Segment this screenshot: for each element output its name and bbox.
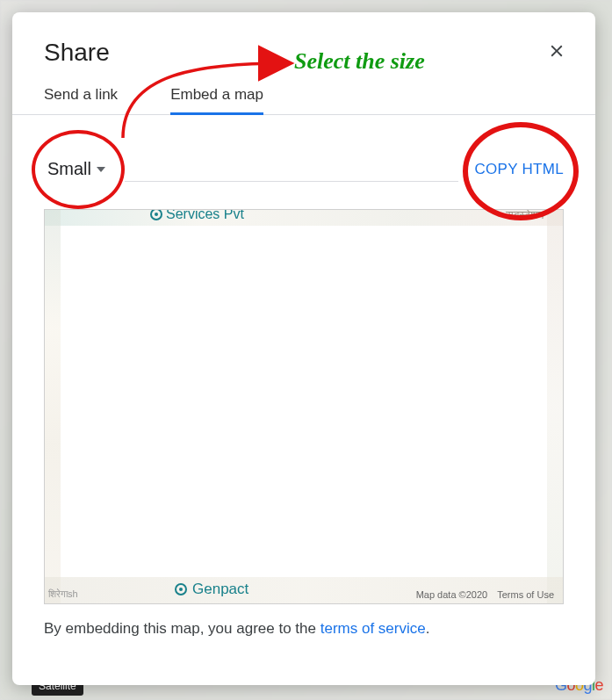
chevron-down-icon — [97, 167, 105, 172]
close-button[interactable] — [544, 39, 569, 63]
embed-code-field[interactable] — [125, 157, 458, 182]
dialog-title: Share — [44, 39, 564, 67]
map-preview[interactable]: Services Pvt सबस्टेशन Genpact शिरेगाsh M… — [44, 209, 564, 604]
map-poi-label: Genpact — [175, 581, 248, 598]
map-tile — [45, 210, 563, 226]
tabs: Send a link Embed a map — [44, 86, 564, 114]
close-icon — [547, 41, 566, 61]
size-dropdown[interactable]: Small — [44, 154, 109, 184]
terms-of-service-link[interactable]: terms of service — [320, 620, 426, 637]
map-attribution: Map data ©2020 Terms of Use — [413, 589, 558, 600]
poi-marker-icon — [150, 209, 162, 220]
embed-controls: Small COPY HTML — [44, 154, 564, 184]
tab-embed-map[interactable]: Embed a map — [170, 86, 263, 114]
poi-marker-icon — [175, 583, 187, 595]
size-dropdown-label: Small — [47, 159, 91, 179]
dialog-body: Small COPY HTML Services Pvt सबस्टेशन Ge… — [12, 115, 595, 685]
tab-send-link[interactable]: Send a link — [44, 86, 118, 114]
copy-html-button[interactable]: COPY HTML — [474, 161, 564, 178]
map-text-label: सबस्टेशन — [506, 209, 544, 222]
map-tile — [45, 210, 61, 603]
share-dialog: Share Send a link Embed a map Small COPY… — [12, 12, 595, 685]
embed-terms-text: By embedding this map, you agree to the … — [44, 620, 564, 638]
map-text-label: शिरेगाsh — [48, 588, 78, 600]
map-tile — [547, 210, 563, 603]
map-poi-label: Services Pvt — [150, 209, 244, 222]
dialog-header: Share Send a link Embed a map — [12, 12, 595, 114]
